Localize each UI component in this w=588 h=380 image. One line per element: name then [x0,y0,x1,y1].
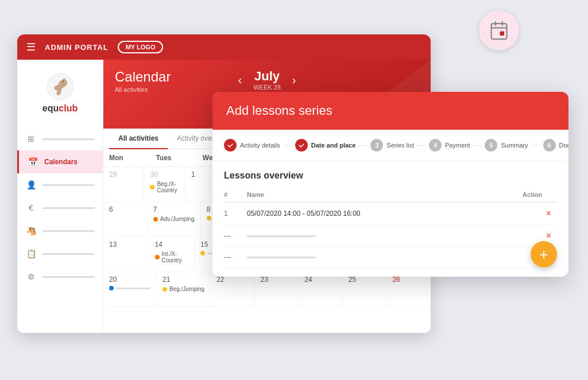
table-row-2: — × [224,225,557,247]
cell-13[interactable]: 13 [103,237,149,272]
sidebar-logo: equclub [17,67,103,123]
sidebar-calendars-label: Calendars [44,158,78,166]
svg-rect-0 [492,24,507,39]
cell-25[interactable]: 25 [343,272,387,307]
prev-month-button[interactable]: ‹ [238,73,242,87]
table-row-1: 1 05/07/2020 14:00 - 05/07/2020 16:00 × [224,203,557,225]
hamburger-icon[interactable]: ☰ [26,41,36,53]
step-3-circle: 3 [370,139,383,152]
horse-logo-icon [43,72,78,101]
dashboard-icon: ⊞ [25,133,37,145]
sidebar-item-reports[interactable]: 📋 [17,242,103,265]
step-sep-5 [532,145,540,146]
step-3-label: Series list [386,142,414,149]
cell-23[interactable]: 23 [255,272,299,307]
step-4-circle: 4 [429,139,442,152]
row-1-close-button[interactable]: × [546,208,551,219]
sidebar-item-horses[interactable]: 🐴 [17,219,103,242]
lessons-body: Lessons overview # Name Action 1 05/07/2… [212,161,568,277]
next-month-button[interactable]: › [292,73,296,87]
step-sep-4 [473,145,481,146]
cell-26[interactable]: 26 [386,272,431,307]
my-logo-button[interactable]: MY LOGO [118,41,164,53]
sidebar: equclub ⊞ 📅 Calendars 👤 € 🐴 [17,60,103,333]
cell-22[interactable]: 22 [211,272,255,307]
step-1[interactable]: Activity details [224,139,280,152]
lessons-panel-title: Add lessons series [226,103,555,118]
row-2-name [247,235,523,237]
cell-29[interactable]: 29 [103,167,144,201]
row-1-action: × [523,208,557,219]
top-bar: ☰ ADMIN PORTAL MY LOGO [17,34,431,60]
svg-point-6 [62,81,63,82]
step-4[interactable]: 4 Payment [429,139,470,152]
sidebar-item-dashboard[interactable]: ⊞ [17,127,103,150]
cell-7[interactable]: 7 Adv./Jumping [148,202,201,236]
calendar-icon: 📅 [27,156,38,168]
sidebar-item-finance[interactable]: € [17,196,103,219]
lessons-table: # Name Action 1 05/07/2020 14:00 - 05/07… [224,188,557,267]
row-3-num: — [224,253,247,261]
week-label: WEEK 28 [253,84,281,91]
stepper: Activity details Date and place 3 Series… [212,130,568,161]
month-nav: ‹ July WEEK 28 › [238,69,296,91]
step-1-circle [224,139,237,152]
step-5-label: Summary [501,142,528,149]
tab-all-activities[interactable]: All activities [109,129,168,149]
step-sep-3 [417,145,425,146]
cell-21[interactable]: 21 Beg./Jumping [157,272,211,307]
finance-icon: € [25,202,37,214]
step-1-label: Activity details [240,142,280,149]
step-5-circle: 5 [485,139,497,152]
th-name: Name [247,191,523,198]
step-2-label: Date and place [311,142,356,149]
row-1-name: 05/07/2020 14:00 - 05/07/2020 16:00 [247,210,523,218]
sidebar-item-settings[interactable]: ⚙ [17,265,103,288]
cell-30[interactable]: 30 Beg./X-Country [144,167,185,201]
cell-14[interactable]: 14 Int./X-Country [149,237,195,272]
month-name: July [253,69,281,84]
add-fab-button[interactable]: + [531,241,557,267]
step-6[interactable]: 6 Done [543,139,568,152]
svg-rect-4 [500,32,505,36]
cell-6[interactable]: 6 [103,202,148,236]
sidebar-item-contacts[interactable]: 👤 [17,173,103,196]
step-3[interactable]: 3 Series list [370,139,414,152]
th-action: Action [523,191,557,198]
row-3-name [247,257,523,258]
row-2-num: — [224,232,247,240]
row-2-close-button[interactable]: × [546,231,551,241]
row-1-num: 1 [224,210,247,218]
table-header: # Name Action [224,188,557,203]
table-row-3: — [224,247,557,267]
step-6-label: Done [559,142,568,149]
step-5[interactable]: 5 Summary [485,139,528,152]
sidebar-nav: ⊞ 📅 Calendars 👤 € 🐴 📋 [17,127,103,288]
settings-icon: ⚙ [25,271,37,282]
step-2[interactable]: Date and place [295,139,356,152]
cell-24[interactable]: 24 [299,272,343,307]
cell-20[interactable]: 20 [103,272,157,307]
row-2-action: × [523,231,557,241]
step-6-circle: 6 [543,139,556,152]
calendar-row-4: 20 21 Beg./Jumping 22 23 24 25 26 [103,272,431,307]
step-sep-2 [359,145,367,146]
reports-icon: 📋 [25,248,37,259]
horses-icon: 🐴 [25,225,37,236]
admin-portal-label: ADMIN PORTAL [45,43,109,52]
day-mon: Mon [103,149,150,166]
th-num: # [224,191,247,198]
day-tues: Tues [150,149,196,166]
lessons-panel-header: Add lessons series [212,92,568,130]
step-sep-1 [284,145,292,146]
lessons-panel: Add lessons series Activity details Date… [212,92,568,277]
step-4-label: Payment [445,142,470,149]
sidebar-item-calendars[interactable]: 📅 Calendars [17,150,103,173]
logo-text: equclub [42,103,78,114]
lessons-overview-title: Lessons overview [224,170,557,181]
calendar-header-icon [479,10,519,51]
contacts-icon: 👤 [25,179,37,191]
step-2-circle [295,139,308,152]
